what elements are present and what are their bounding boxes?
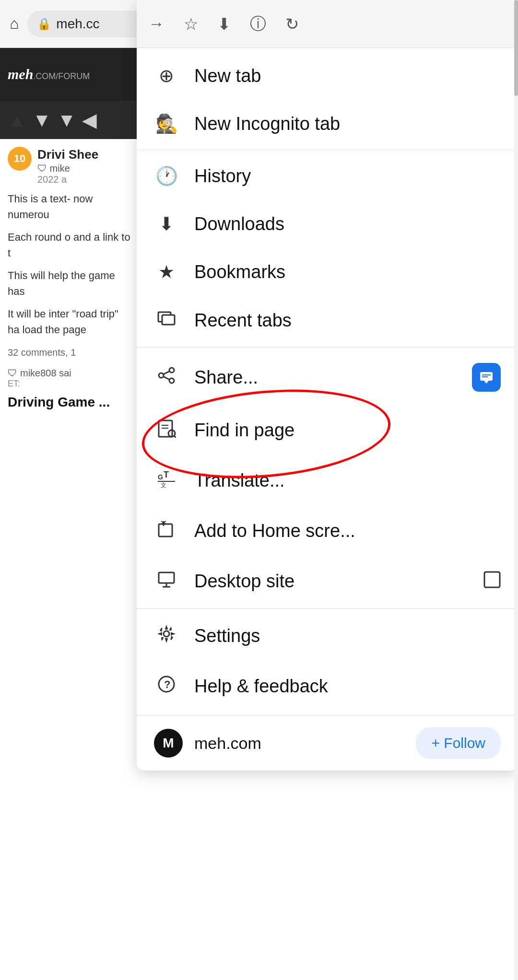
site-initial: M — [163, 735, 174, 751]
menu-item-find-in-page[interactable]: Find in page — [137, 405, 518, 455]
new-tab-label: New tab — [194, 66, 261, 86]
find-in-page-label: Find in page — [194, 420, 294, 441]
forward-nav-icon[interactable]: → — [148, 14, 165, 33]
bookmarks-label: Bookmarks — [194, 262, 285, 282]
site-body: 10 Drivi Shee 🛡 mike 2022 a This is a te… — [0, 139, 139, 418]
comment-bottom-title: Driving Game ... — [8, 395, 131, 410]
menu-item-history[interactable]: 🕐 History — [137, 152, 518, 200]
site-avatar: M — [154, 729, 183, 758]
svg-rect-27 — [484, 572, 500, 587]
post-text-3: This will help the game has — [8, 268, 131, 299]
recent-tabs-label: Recent tabs — [194, 310, 292, 331]
divider-3 — [137, 608, 518, 609]
history-icon: 🕐 — [154, 165, 179, 187]
download-nav-icon[interactable]: ⬇ — [217, 14, 231, 34]
home-icon[interactable]: ⌂ — [10, 15, 19, 33]
recent-tabs-icon — [154, 309, 179, 332]
shield-icon-2: 🛡 — [8, 368, 17, 379]
add-to-home-label: Add to Home scre... — [194, 521, 355, 541]
divider-1 — [137, 150, 518, 150]
post-text-1: This is a text- now numerou — [8, 191, 131, 222]
comment-time: ET: — [8, 379, 131, 389]
arrow-down-icon-2: ▼ — [57, 109, 76, 131]
star-number: 10 — [14, 152, 25, 165]
menu-item-bookmarks[interactable]: ★ Bookmarks — [137, 248, 518, 296]
find-in-page-icon — [154, 419, 179, 442]
svg-rect-24 — [159, 572, 174, 583]
svg-text:T: T — [164, 470, 169, 479]
new-tab-icon: ⊕ — [154, 65, 179, 86]
help-feedback-label: Help & feedback — [194, 676, 328, 697]
desktop-site-label: Desktop site — [194, 571, 294, 592]
svg-point-2 — [169, 368, 174, 373]
downloads-label: Downloads — [194, 214, 284, 234]
dropdown-menu: → ☆ ⬇ ⓘ ↻ ⊕ New tab 🕵 New Incognito tab … — [137, 0, 518, 770]
post-meta: 10 Drivi Shee 🛡 mike 2022 a — [8, 147, 131, 185]
incognito-icon: 🕵 — [154, 113, 179, 134]
dropdown-top-bar: → ☆ ⬇ ⓘ ↻ — [137, 0, 518, 48]
menu-item-new-incognito-tab[interactable]: 🕵 New Incognito tab — [137, 100, 518, 148]
add-to-home-icon — [154, 519, 179, 543]
post-date: 2022 a — [37, 174, 98, 185]
dropdown-footer: M meh.com + Follow — [137, 715, 518, 770]
svg-marker-10 — [484, 381, 489, 384]
arrow-up-icon: ▲ — [8, 109, 27, 131]
svg-line-6 — [163, 376, 170, 380]
svg-text:文: 文 — [161, 482, 166, 488]
menu-item-settings[interactable]: Settings — [137, 611, 518, 661]
post-comments: 32 comments, 1 — [8, 347, 131, 358]
new-incognito-tab-label: New Incognito tab — [194, 114, 340, 134]
arrow-down-icon: ▼ — [33, 109, 52, 131]
menu-item-help-feedback[interactable]: ? Help & feedback — [137, 661, 518, 712]
shield-icon: 🛡 — [37, 163, 47, 174]
share-bubble — [472, 363, 501, 392]
menu-items: ⊕ New tab 🕵 New Incognito tab 🕐 History … — [137, 48, 518, 715]
share-icon — [154, 366, 179, 389]
scrollbar-track — [514, 0, 518, 980]
bookmarks-icon: ★ — [154, 261, 179, 282]
arrow-left-icon: ◀ — [82, 109, 97, 131]
menu-item-new-tab[interactable]: ⊕ New tab — [137, 52, 518, 100]
menu-item-translate[interactable]: G T 文 Translate... — [137, 455, 518, 506]
svg-rect-1 — [162, 315, 175, 325]
desktop-site-icon — [154, 570, 179, 593]
site-content: meh.COM/FORUM ▲ ▼ ▼ ◀ 10 Drivi Shee 🛡 mi… — [0, 48, 139, 980]
svg-text:G: G — [158, 473, 163, 481]
site-logo: meh.COM/FORUM — [8, 66, 90, 82]
svg-point-4 — [169, 378, 174, 383]
share-label: Share... — [194, 367, 258, 388]
downloads-icon: ⬇ — [154, 213, 179, 234]
scrollbar-thumb[interactable] — [514, 0, 518, 96]
menu-item-downloads[interactable]: ⬇ Downloads — [137, 200, 518, 248]
post-text-4: It will be inter "road trip" ha load the… — [8, 306, 131, 338]
svg-point-28 — [164, 631, 169, 637]
follow-button[interactable]: + Follow — [416, 727, 501, 759]
settings-icon — [154, 624, 179, 648]
translate-icon: G T 文 — [154, 469, 179, 492]
menu-item-share[interactable]: Share... — [137, 350, 518, 405]
footer-site-name: meh.com — [194, 734, 261, 753]
lock-icon: 🔒 — [37, 17, 51, 31]
site-header: meh.COM/FORUM — [0, 48, 139, 101]
site-arrows: ▲ ▼ ▼ ◀ — [0, 101, 139, 139]
site-domain: .COM/FORUM — [33, 71, 90, 81]
svg-line-13 — [174, 436, 176, 438]
star-badge: 10 — [8, 147, 32, 171]
help-icon: ? — [154, 675, 179, 698]
share-bubble-icon — [472, 363, 501, 392]
svg-line-5 — [163, 371, 170, 374]
commenter: 🛡 mike808 sai — [8, 368, 131, 379]
refresh-nav-icon[interactable]: ↻ — [285, 14, 299, 34]
info-nav-icon[interactable]: ⓘ — [250, 13, 266, 35]
star-nav-icon[interactable]: ☆ — [184, 14, 198, 34]
url-text: meh.cc — [56, 16, 99, 32]
desktop-site-checkbox[interactable] — [483, 571, 501, 592]
translate-label: Translate... — [194, 470, 285, 491]
history-label: History — [194, 166, 251, 187]
menu-item-desktop-site[interactable]: Desktop site — [137, 556, 518, 607]
menu-item-add-to-home[interactable]: Add to Home scre... — [137, 506, 518, 556]
divider-2 — [137, 347, 518, 348]
user-comment: 🛡 mike808 sai ET: — [8, 368, 131, 389]
post-author: 🛡 mike — [37, 163, 98, 174]
menu-item-recent-tabs[interactable]: Recent tabs — [137, 296, 518, 345]
